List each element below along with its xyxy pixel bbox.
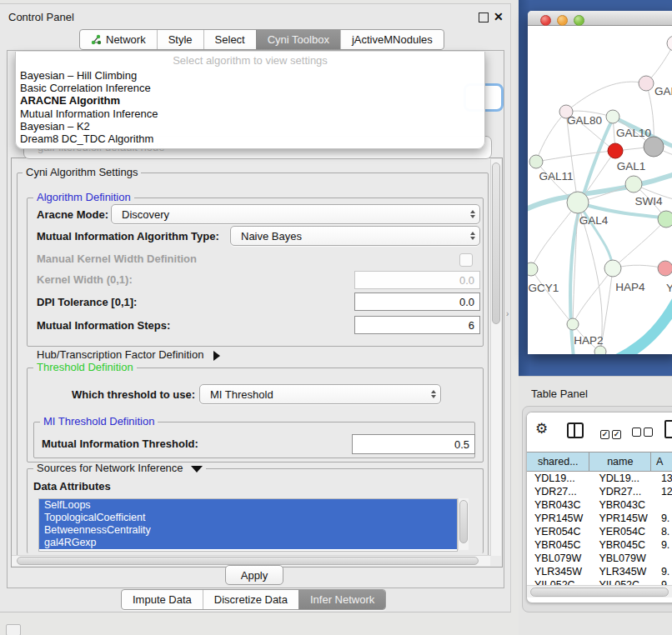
network-node-gcy1[interactable] — [528, 262, 538, 276]
algorithm-option[interactable]: Dream8 DC_TDC Algorithm — [16, 132, 484, 145]
network-canvas[interactable]: GAL GAL80 GAL10 GAL1 GAL11 SWI4 GAL4 GCY… — [528, 26, 672, 354]
table-row[interactable]: YPR145W YPR145W 9. — [527, 512, 672, 525]
attributes-scrollbar[interactable] — [458, 498, 469, 550]
table-toolbar: ⚙ ✓✓ — [527, 412, 672, 451]
network-node-gal1-highlighted[interactable] — [608, 143, 623, 158]
table-settings-gear-icon[interactable]: ⚙ — [535, 422, 548, 436]
tab-jactivemnodules[interactable]: jActiveMNodules — [340, 30, 444, 49]
node-label: GAL11 — [539, 170, 573, 182]
network-graph — [528, 26, 672, 354]
which-threshold-combo[interactable]: MI Threshold — [199, 384, 441, 404]
network-node-hap4[interactable] — [604, 260, 621, 277]
algorithm-option[interactable]: Bayesian – Hill Climbing — [16, 69, 484, 82]
manual-kernel-checkbox[interactable] — [459, 253, 473, 267]
network-node-gal10[interactable] — [606, 110, 619, 123]
aracne-mode-combo[interactable]: Discovery — [111, 204, 480, 224]
settings-vertical-scrollbar[interactable] — [490, 159, 501, 556]
tab-impute-data[interactable]: Impute Data — [122, 590, 203, 609]
node-label: GAL4 — [579, 214, 609, 227]
table-horizontal-scrollbar[interactable] — [527, 585, 672, 598]
node-label: GAL — [654, 85, 672, 98]
export-table-icon[interactable] — [664, 420, 672, 438]
data-attributes-list: SelfLoops TopologicalCoefficient Between… — [38, 498, 458, 552]
apply-button[interactable]: Apply — [225, 565, 283, 585]
node-label: GAL80 — [567, 114, 602, 127]
control-panel-tabs: Network Style Select Cyni Toolbox jActiv… — [79, 29, 444, 50]
mi-threshold-label: Mutual Information Threshold: — [42, 438, 198, 450]
close-panel-icon[interactable]: ✕ — [494, 11, 504, 22]
close-window-icon[interactable] — [540, 15, 551, 26]
algorithm-option[interactable]: Mutual Information Inference — [16, 108, 484, 120]
column-header[interactable]: shared... — [527, 452, 589, 471]
algorithm-option[interactable]: Basic Correlation Inference — [16, 82, 484, 94]
tab-infer-network[interactable]: Infer Network — [298, 590, 385, 609]
mi-threshold-definition-title: MI Threshold Definition — [40, 416, 158, 428]
mi-steps-input[interactable]: 6 — [354, 316, 480, 334]
collapsed-panel-icon[interactable] — [6, 624, 21, 635]
network-node[interactable] — [594, 346, 606, 354]
sources-title-expander[interactable]: Sources for Network Inference — [33, 462, 206, 474]
network-window-titlebar[interactable] — [528, 11, 672, 26]
algorithm-option[interactable]: Bayesian – K2 — [16, 120, 484, 132]
column-header[interactable]: A — [651, 452, 672, 471]
cytoscape-desktop: GAL GAL80 GAL10 GAL1 GAL11 SWI4 GAL4 GCY… — [519, 0, 672, 376]
network-node-gray[interactable] — [644, 137, 664, 157]
control-panel-window: Control Panel ✕ Network Style Select — [0, 3, 511, 612]
network-node[interactable] — [658, 211, 672, 228]
table-row[interactable]: YLR345W YLR345W 9. — [527, 565, 672, 578]
table-row[interactable]: YBR045C YBR045C 9. — [527, 538, 672, 552]
algorithm-option-selected[interactable]: ARACNE Algorithm — [16, 94, 484, 107]
algorithm-definition-title: Algorithm Definition — [33, 192, 134, 203]
kernel-width-input[interactable]: 0.0 — [354, 271, 480, 289]
stepper-arrows-icon — [466, 205, 479, 223]
hub-definition-expander[interactable]: Hub/Transcription Factor Definition — [37, 348, 220, 361]
table-row[interactable]: YDR27... YDR27... 12 — [527, 485, 672, 498]
minimize-window-icon[interactable] — [557, 15, 568, 26]
attribute-item[interactable]: gal4RGexp — [39, 537, 457, 549]
mi-threshold-input[interactable]: 0.5 — [352, 434, 475, 454]
stepper-arrows-icon — [466, 227, 479, 245]
table-row[interactable]: YER054C YER054C 8. — [527, 525, 672, 538]
cyni-algorithm-settings-title: Cyni Algorithm Settings — [23, 167, 141, 178]
column-visibility-icon[interactable] — [567, 422, 584, 438]
mi-steps-label: Mutual Information Steps: — [37, 319, 170, 332]
node-label: Y — [666, 282, 672, 294]
network-node-gal11[interactable] — [529, 155, 543, 168]
attribute-item[interactable]: SelfLoops — [39, 499, 457, 512]
aracne-mode-label: Aracne Mode: — [37, 208, 108, 221]
tab-style[interactable]: Style — [157, 30, 203, 49]
node-label: HAP4 — [615, 281, 644, 293]
mi-type-combo[interactable]: Naive Bayes — [230, 226, 480, 246]
tab-discretize-data[interactable]: Discretize Data — [203, 590, 298, 609]
kernel-width-label: Kernel Width (0,1): — [37, 273, 133, 286]
table-row[interactable]: YDL19... YDL19... 13 — [527, 472, 672, 485]
network-node[interactable] — [667, 36, 672, 51]
tab-network-label: Network — [106, 33, 146, 46]
select-all-rows-icon[interactable]: ✓✓ — [600, 425, 624, 440]
attribute-item[interactable]: TopologicalCoefficient — [39, 512, 457, 524]
network-node-gal4[interactable] — [567, 192, 589, 213]
network-view-window: GAL GAL80 GAL10 GAL1 GAL11 SWI4 GAL4 GCY… — [528, 11, 672, 354]
app-root: Control Panel ✕ Network Style Select — [0, 0, 672, 635]
float-panel-icon[interactable] — [479, 12, 489, 22]
node-label: SWI4 — [634, 195, 662, 208]
network-node-hap2[interactable] — [567, 318, 579, 330]
tab-select[interactable]: Select — [203, 30, 256, 49]
zoom-window-icon[interactable] — [574, 15, 584, 26]
table-row[interactable]: YBR043C YBR043C — [527, 498, 672, 512]
attribute-item[interactable]: BetweennessCentrality — [39, 524, 457, 537]
network-node[interactable] — [639, 76, 654, 91]
deselect-all-rows-icon[interactable] — [632, 425, 655, 440]
column-header[interactable]: name — [589, 452, 651, 471]
collapsed-arrow-icon — [213, 351, 220, 361]
node-label: HAP2 — [574, 334, 603, 347]
threshold-definition-title: Threshold Definition — [33, 362, 137, 373]
splitter-grip[interactable]: › — [506, 309, 511, 318]
dpi-tolerance-input[interactable]: 0.0 — [354, 292, 480, 311]
tab-cyni-toolbox[interactable]: Cyni Toolbox — [256, 30, 340, 49]
manual-kernel-label: Manual Kernel Width Definition — [37, 252, 197, 265]
table-row[interactable]: YBL079W YBL079W — [527, 552, 672, 565]
tab-network[interactable]: Network — [80, 30, 157, 49]
network-node-salmon[interactable] — [658, 261, 672, 276]
network-node-swi4[interactable] — [625, 176, 642, 192]
